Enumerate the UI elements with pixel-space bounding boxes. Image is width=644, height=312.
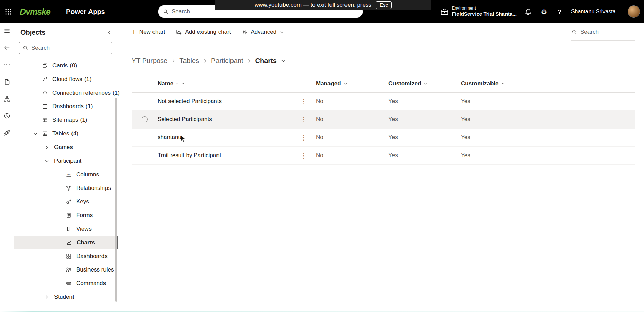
sidebar-item-cloud-flows[interactable]: Cloud flows(1) (14, 72, 118, 86)
connection-icon (42, 90, 52, 96)
command-bar: + New chart Add existing chart Advanced (118, 23, 644, 41)
rail-history-button[interactable] (4, 112, 10, 120)
rail-menu-button[interactable] (4, 27, 10, 35)
rail-sitemap-button[interactable] (4, 95, 10, 103)
cloud-flows-icon (42, 77, 52, 82)
row-more-options-icon[interactable]: ⋮ (301, 134, 316, 142)
customized-cell: Yes (388, 98, 461, 105)
sidebar-item-relationships[interactable]: Relationships (14, 181, 118, 195)
chevron-down-icon[interactable] (501, 81, 505, 86)
sidebar-item-dashboards[interactable]: Dashboards(1) (14, 100, 118, 113)
breadcrumb-item-charts[interactable]: Charts (255, 57, 277, 65)
chevron-down-icon[interactable] (44, 158, 53, 164)
keys-icon (66, 199, 76, 204)
sidebar-item-label: Dashboards (52, 103, 84, 110)
table-row-not-selected-participants[interactable]: Not selected Participants⋮NoYesYes (132, 93, 635, 111)
new-chart-button[interactable]: + New chart (132, 28, 165, 36)
row-more-options-icon[interactable]: ⋮ (301, 116, 316, 124)
chevron-left-icon (107, 30, 112, 35)
relationships-icon (66, 185, 76, 191)
chevron-down-icon[interactable] (343, 81, 348, 86)
sidebar-item-label: Views (76, 226, 92, 232)
table-row-selected-participants[interactable]: Selected Participants⋮NoYesYes (132, 111, 635, 129)
row-more-options-icon[interactable]: ⋮ (301, 152, 316, 160)
forms-icon (66, 213, 76, 218)
charts-table-header: Name ↑ Managed Customized Customizable (132, 75, 635, 93)
advanced-menu-button[interactable]: Advanced (242, 29, 284, 35)
sidebar-item-keys[interactable]: Keys (14, 195, 118, 209)
column-header-customized[interactable]: Customized (388, 80, 461, 87)
table-row-trail-result-by-participant[interactable]: Trail result by Participant⋮NoYesYes (132, 147, 635, 165)
app-launcher-button[interactable] (0, 0, 16, 23)
command-bar-search-box[interactable] (571, 23, 635, 41)
notifications-button[interactable] (524, 8, 532, 15)
row-select-cell[interactable] (132, 116, 158, 122)
sidebar-item-label: Cloud flows (52, 76, 82, 83)
object-tree: Cards(0)Cloud flows(1)Connection referen… (14, 59, 118, 304)
chart-name-link[interactable]: Trail result by Participant (158, 152, 301, 159)
column-header-managed[interactable]: Managed (316, 80, 388, 87)
settings-button[interactable]: ⚙ (540, 8, 548, 15)
sidebar-item-charts[interactable]: Charts (14, 236, 118, 249)
sidebar-item-tables[interactable]: Tables(4) (14, 127, 118, 141)
table-icon (42, 131, 52, 136)
chart-name-link[interactable]: Selected Participants (158, 116, 301, 123)
sidebar-item-participant[interactable]: Participant (14, 154, 118, 168)
sidebar-item-cards[interactable]: Cards(0) (14, 59, 118, 72)
sidebar-item-connection-references[interactable]: Connection references(1) (14, 86, 118, 100)
plus-icon: + (132, 28, 136, 36)
breadcrumb-item-participant[interactable]: Participant (211, 57, 243, 65)
chevron-down-icon[interactable] (33, 131, 42, 136)
sidebar-item-business-rules[interactable]: Business rules (14, 263, 118, 277)
sidebar-item-forms[interactable]: Forms (14, 209, 118, 222)
sidebar-item-dashboards[interactable]: Dashboards (14, 249, 118, 263)
row-more-options-icon[interactable]: ⋮ (301, 98, 316, 105)
business-rules-icon (66, 267, 76, 273)
table-row-shantanu[interactable]: shantanu⋮NoYesYes (132, 129, 635, 147)
sitemap-icon (4, 96, 10, 102)
chevron-down-icon[interactable] (181, 81, 185, 86)
environment-picker[interactable]: Environment FieldService Trial Shanta... (440, 6, 517, 17)
sidebar-item-count: (1) (113, 89, 120, 96)
command-bar-search-input[interactable] (580, 29, 625, 35)
customized-cell: Yes (388, 152, 461, 159)
sidebar-item-site-maps[interactable]: Site maps(1) (14, 113, 118, 127)
rail-more-button[interactable] (4, 61, 10, 69)
cards-icon (42, 63, 52, 68)
sidebar-scrollbar[interactable] (115, 98, 117, 302)
sidebar-item-games[interactable]: Games (14, 141, 118, 154)
managed-cell: No (316, 98, 388, 105)
chart-name-link[interactable]: Not selected Participants (158, 98, 301, 105)
breadcrumb: YT PurposeTablesParticipantCharts (132, 57, 644, 65)
org-logo[interactable]: Dvmske (20, 7, 50, 17)
history-icon (4, 113, 10, 119)
breadcrumb-item-tables[interactable]: Tables (179, 57, 199, 65)
sidebar-search-input[interactable] (31, 45, 103, 51)
rail-back-button[interactable] (4, 44, 10, 52)
avatar[interactable] (628, 5, 640, 18)
chevron-right-icon[interactable] (44, 294, 53, 300)
breadcrumb-item-yt-purpose[interactable]: YT Purpose (132, 57, 167, 65)
add-existing-chart-button[interactable]: Add existing chart (176, 29, 231, 35)
chevron-down-icon[interactable] (423, 81, 428, 86)
column-header-customizable[interactable]: Customizable (461, 80, 635, 87)
chevron-right-icon[interactable] (44, 145, 53, 150)
sidebar-item-views[interactable]: Views (14, 222, 118, 236)
help-button[interactable]: ? (556, 9, 564, 15)
chart-name-link[interactable]: shantanu (158, 134, 301, 141)
collapse-sidebar-button[interactable] (107, 30, 112, 35)
sidebar-item-student[interactable]: Student (14, 290, 118, 304)
sidebar-search-box[interactable] (19, 42, 112, 54)
sidebar-item-columns[interactable]: AbcColumns (14, 168, 118, 181)
environment-icon (440, 7, 449, 16)
sidebar-item-commands[interactable]: Commands (14, 277, 118, 290)
sidebar-item-label: Columns (76, 171, 99, 178)
search-icon (23, 45, 28, 51)
rail-journal-button[interactable] (4, 78, 10, 86)
views-icon (66, 226, 76, 232)
breadcrumb-dropdown-icon[interactable] (281, 58, 286, 63)
column-header-name[interactable]: Name ↑ (158, 80, 301, 87)
commands-icon (66, 281, 76, 286)
rail-solutions-button[interactable] (4, 129, 10, 137)
row-radio-button[interactable] (142, 116, 148, 122)
